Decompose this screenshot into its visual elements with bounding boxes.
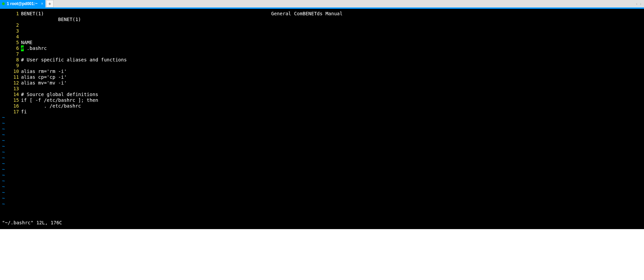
line-text: # User specific aliases and functions (21, 57, 127, 63)
line-text: NAME (21, 40, 33, 45)
tilde-icon: ~ (0, 190, 5, 195)
editor-line: 15if [ -f /etc/bashrc ]; then (0, 97, 644, 103)
status-dot-icon (2, 2, 5, 5)
tilde-icon: ~ (0, 195, 5, 201)
line-number-empty (0, 17, 21, 22)
line-text: alias mv='mv -i' (21, 80, 67, 86)
titlebar: 1 root@pd001:~ × + ‹ › (0, 0, 644, 9)
empty-line-tilde: ~ (0, 149, 644, 155)
line-text: .bashrc (24, 45, 46, 51)
editor-line: 4 (0, 34, 644, 40)
line-number: 17 (0, 109, 21, 115)
tilde-icon: ~ (0, 167, 5, 172)
empty-line-tilde: ~ (0, 126, 644, 132)
line-text: BENET(1) (21, 11, 44, 17)
tilde-icon: ~ (0, 144, 5, 149)
terminal-viewport[interactable]: 1 BENET(1) General ComBENETds Manual BEN… (0, 9, 644, 280)
terminal-tab[interactable]: 1 root@pd001:~ × (0, 0, 45, 7)
empty-line-tilde: ~ (0, 172, 644, 178)
line-text: alias rm='rm -i' (21, 69, 67, 74)
line-text (21, 17, 58, 22)
line-number: 9 (0, 63, 21, 69)
line-text: fi (21, 109, 27, 115)
line-number: 15 (0, 97, 21, 103)
new-tab-button[interactable]: + (46, 0, 54, 7)
line-number: 10 (0, 69, 21, 74)
editor-line: 7 (0, 51, 644, 57)
line-text: if [ -f /etc/bashrc ]; then (21, 97, 98, 103)
vim-status-line: "~/.bashrc" 12L, 176C (0, 220, 644, 226)
line-text: . /etc/bashrc (21, 103, 81, 109)
tilde-icon: ~ (0, 126, 5, 132)
editor-line: 14# Source global definitions (0, 92, 644, 97)
line-number: 3 (0, 28, 21, 34)
editor-line: 16 . /etc/bashrc (0, 103, 644, 109)
tilde-icon: ~ (0, 161, 5, 167)
editor-line: 10alias rm='rm -i' (0, 69, 644, 74)
tilde-icon: ~ (0, 149, 5, 155)
line-number: 4 (0, 34, 21, 40)
editor-line: 9 (0, 63, 644, 69)
tilde-icon: ~ (0, 178, 5, 184)
tilde-icon: ~ (0, 184, 5, 190)
line-number: 16 (0, 103, 21, 109)
tilde-icon: ~ (0, 120, 5, 126)
tilde-icon: ~ (0, 115, 5, 120)
line-number: 13 (0, 86, 21, 92)
empty-line-tilde: ~ (0, 155, 644, 161)
page-whitespace (0, 229, 644, 280)
empty-line-tilde: ~ (0, 138, 644, 144)
empty-line-tilde: ~ (0, 201, 644, 207)
line-number: 1 (0, 11, 21, 17)
empty-line-tilde: ~ (0, 195, 644, 201)
line-number: 11 (0, 74, 21, 80)
line-number: 7 (0, 51, 21, 57)
line-text: alias cp='cp -i' (21, 74, 67, 80)
editor-line: 12alias mv='mv -i' (0, 80, 644, 86)
line-number: 12 (0, 80, 21, 86)
tilde-icon: ~ (0, 172, 5, 178)
editor-line: 2 (0, 22, 644, 28)
nav-left-icon[interactable]: ‹ (636, 2, 638, 6)
line-number: 5 (0, 40, 21, 45)
titlebar-nav: ‹ › (636, 0, 644, 7)
editor-line: 3 (0, 28, 644, 34)
editor-line: 13 (0, 86, 644, 92)
tab-label: 1 root@pd001:~ (7, 1, 38, 6)
editor-line: 1 BENET(1) General ComBENETds Manual (0, 11, 644, 17)
cursor: # (21, 45, 24, 51)
line-number: 14 (0, 92, 21, 97)
empty-line-tilde: ~ (0, 178, 644, 184)
editor-line: 8# User specific aliases and functions (0, 57, 644, 63)
tilde-icon: ~ (0, 201, 5, 207)
tilde-icon: ~ (0, 132, 5, 138)
empty-line-tilde: ~ (0, 190, 644, 195)
line-text: # Source global definitions (21, 92, 98, 97)
editor-line: 17fi (0, 109, 644, 115)
empty-line-tilde: ~ (0, 144, 644, 149)
editor-line: 11alias cp='cp -i' (0, 74, 644, 80)
close-icon[interactable]: × (40, 1, 43, 6)
empty-line-tilde: ~ (0, 132, 644, 138)
empty-line-tilde: ~ (0, 167, 644, 172)
editor-line: 6# .bashrc (0, 45, 644, 51)
tilde-icon: ~ (0, 155, 5, 161)
editor-line-wrap: BENET(1) (0, 17, 644, 22)
empty-line-tilde: ~ (0, 115, 644, 120)
man-header-center: General ComBENETds Manual (271, 11, 343, 17)
plus-icon: + (48, 1, 51, 6)
tilde-icon: ~ (0, 138, 5, 144)
header-wrap: BENET(1) (58, 17, 81, 22)
line-number: 6 (0, 45, 21, 51)
empty-line-tilde: ~ (0, 184, 644, 190)
empty-line-tilde: ~ (0, 161, 644, 167)
line-number: 2 (0, 22, 21, 28)
empty-line-tilde: ~ (0, 120, 644, 126)
line-number: 8 (0, 57, 21, 63)
editor-line: 5NAME (0, 40, 644, 45)
nav-right-icon[interactable]: › (640, 2, 641, 6)
